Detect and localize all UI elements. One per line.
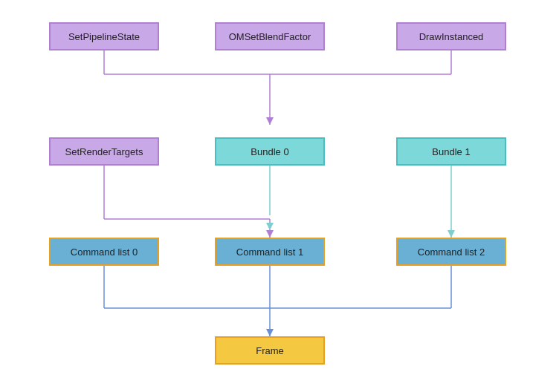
svg-marker-9 — [266, 223, 274, 230]
cmdlist2-node: Command list 2 — [396, 238, 506, 266]
draw-instanced-node: DrawInstanced — [396, 22, 506, 50]
set-pipeline-state-node: SetPipelineState — [49, 22, 159, 50]
bundle1-node: Bundle 1 — [396, 137, 506, 166]
arrows-svg — [0, 0, 559, 392]
diagram: SetPipelineState OMSetBlendFactor DrawIn… — [0, 0, 559, 392]
svg-marker-18 — [266, 329, 274, 336]
set-render-targets-node: SetRenderTargets — [49, 137, 159, 166]
cmdlist0-node: Command list 0 — [49, 238, 159, 266]
svg-marker-19 — [266, 230, 274, 238]
frame-node: Frame — [215, 336, 325, 365]
om-set-blend-factor-node: OMSetBlendFactor — [215, 22, 325, 50]
svg-marker-12 — [447, 230, 455, 238]
svg-marker-4 — [266, 117, 274, 125]
cmdlist1-node: Command list 1 — [215, 238, 325, 266]
bundle0-node: Bundle 0 — [215, 137, 325, 166]
